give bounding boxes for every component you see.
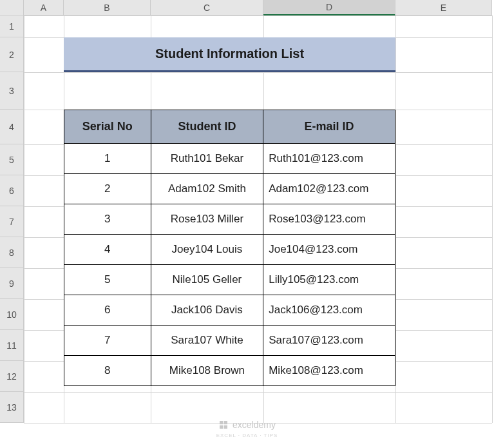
row-header-8[interactable]: 8 (0, 237, 24, 268)
cell-email[interactable]: Mike108@123.com (263, 356, 395, 386)
cell-serial[interactable]: 7 (64, 326, 151, 356)
cell-student-id[interactable]: Sara107 White (151, 326, 263, 356)
cell-serial[interactable]: 1 (64, 144, 151, 174)
logo-icon (218, 420, 229, 430)
cell-email[interactable]: Jack106@123.com (263, 295, 395, 326)
header-student-id[interactable]: Student ID (151, 110, 263, 144)
row-header-4[interactable]: 4 (0, 110, 24, 144)
table-header-row: Serial No Student ID E-mail ID (64, 110, 395, 144)
title-cell[interactable]: Student Information List (64, 37, 395, 72)
gridline (24, 72, 492, 73)
row-header-13[interactable]: 13 (0, 392, 24, 423)
cell-serial[interactable]: 8 (64, 356, 151, 386)
column-header-C[interactable]: C (151, 0, 263, 15)
table-row: 2Adam102 SmithAdam102@123.com (64, 174, 395, 204)
row-header-7[interactable]: 7 (0, 206, 24, 237)
gridline (24, 15, 492, 16)
cell-email[interactable]: Rose103@123.com (263, 204, 395, 235)
gridline (395, 15, 396, 423)
select-all-corner[interactable] (0, 0, 24, 15)
row-header-3[interactable]: 3 (0, 72, 24, 110)
cell-student-id[interactable]: Rose103 Miller (151, 204, 263, 235)
cell-email[interactable]: Lilly105@123.com (263, 265, 395, 295)
cell-email[interactable]: Sara107@123.com (263, 326, 395, 356)
column-header-E[interactable]: E (395, 0, 492, 15)
table-row: 8Mike108 BrownMike108@123.com (64, 356, 395, 386)
cell-serial[interactable]: 6 (64, 295, 151, 326)
gridline (24, 392, 492, 393)
row-header-11[interactable]: 11 (0, 330, 24, 361)
cell-serial[interactable]: 2 (64, 174, 151, 204)
header-serial-no[interactable]: Serial No (64, 110, 151, 144)
title-text: Student Information List (155, 46, 304, 61)
table-row: 7Sara107 WhiteSara107@123.com (64, 326, 395, 356)
watermark-text: exceldemy (233, 420, 276, 430)
column-header-A[interactable]: A (24, 0, 64, 15)
gridline (492, 15, 493, 423)
cell-email[interactable]: Adam102@123.com (263, 174, 395, 204)
watermark-sub: EXCEL · DATA · TIPS (0, 433, 494, 438)
row-header-2[interactable]: 2 (0, 37, 24, 72)
cell-serial[interactable]: 5 (64, 265, 151, 295)
data-table-container: Serial No Student ID E-mail ID 1Ruth101 … (64, 110, 395, 386)
cell-email[interactable]: Ruth101@123.com (263, 144, 395, 174)
cell-serial[interactable]: 4 (64, 235, 151, 265)
table-row: 6Jack106 DavisJack106@123.com (64, 295, 395, 326)
cell-student-id[interactable]: Jack106 Davis (151, 295, 263, 326)
table-row: 5Nile105 GellerLilly105@123.com (64, 265, 395, 295)
data-table: Serial No Student ID E-mail ID 1Ruth101 … (64, 110, 395, 386)
gridline (24, 15, 24, 423)
column-header-D[interactable]: D (263, 0, 395, 15)
table-row: 1Ruth101 BekarRuth101@123.com (64, 144, 395, 174)
cell-email[interactable]: Joe104@123.com (263, 235, 395, 265)
table-body: 1Ruth101 BekarRuth101@123.com2Adam102 Sm… (64, 144, 395, 386)
table-row: 4Joey104 LouisJoe104@123.com (64, 235, 395, 265)
cell-serial[interactable]: 3 (64, 204, 151, 235)
row-headers: 12345678910111213 (0, 15, 24, 423)
header-email-id[interactable]: E-mail ID (263, 110, 395, 144)
column-header-B[interactable]: B (64, 0, 151, 15)
cell-student-id[interactable]: Joey104 Louis (151, 235, 263, 265)
table-row: 3Rose103 MillerRose103@123.com (64, 204, 395, 235)
row-header-9[interactable]: 9 (0, 268, 24, 299)
cell-student-id[interactable]: Ruth101 Bekar (151, 144, 263, 174)
row-header-1[interactable]: 1 (0, 15, 24, 37)
row-header-10[interactable]: 10 (0, 299, 24, 330)
grid-area[interactable]: Student Information List Serial No Stude… (24, 15, 492, 423)
row-header-12[interactable]: 12 (0, 361, 24, 392)
cell-student-id[interactable]: Nile105 Geller (151, 265, 263, 295)
row-header-6[interactable]: 6 (0, 175, 24, 206)
column-headers: ABCDE (24, 0, 492, 15)
cell-student-id[interactable]: Mike108 Brown (151, 356, 263, 386)
row-header-5[interactable]: 5 (0, 144, 24, 175)
watermark: exceldemy (0, 420, 494, 430)
cell-student-id[interactable]: Adam102 Smith (151, 174, 263, 204)
spreadsheet: ABCDE 12345678910111213 Student Informat… (0, 0, 494, 448)
